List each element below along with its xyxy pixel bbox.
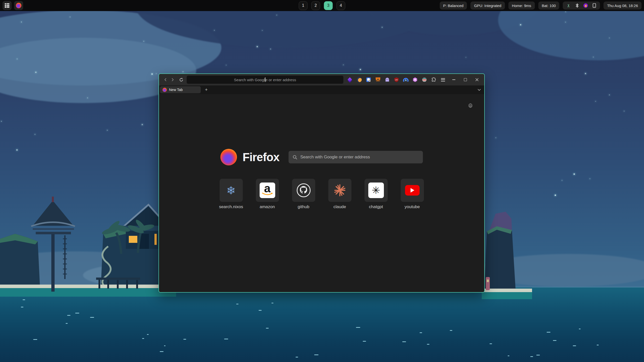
dark-moon-extension-button[interactable] [356, 76, 363, 83]
url-placeholder-left: Search with Googl [234, 78, 265, 82]
claude-starburst-icon [333, 184, 346, 197]
shortcut-label: claude [333, 204, 346, 209]
new-tab-button[interactable]: + [203, 86, 210, 93]
gpu-module: GPU: Integrated [470, 2, 505, 10]
nordvpn-extension-button[interactable] [402, 76, 409, 83]
nixos-snowflake-icon: ❄ [226, 184, 236, 197]
power-profile-module: P: Balanced [440, 2, 467, 10]
firefox-icon [16, 3, 21, 8]
firefox-window: Search with Google or enter address [158, 73, 485, 293]
dark-moon-icon [357, 77, 362, 82]
personalize-button[interactable] [468, 103, 473, 110]
app-grid-icon [5, 3, 9, 8]
avatar-glasses-icon [422, 77, 427, 82]
bluetooth-icon[interactable] [575, 3, 579, 8]
maximize-button[interactable] [462, 76, 469, 83]
password-shield-icon [366, 77, 371, 82]
extensions-puzzle-icon [431, 77, 436, 82]
workspace-switcher: 1 2 3 4 [299, 0, 345, 11]
ghostery-extension-button[interactable] [384, 76, 391, 83]
list-all-tabs-button[interactable] [477, 88, 481, 92]
newtab-search-input[interactable]: Search with Google or enter address [289, 151, 423, 163]
svg-text:UO: UO [395, 79, 398, 81]
shortcut-label: github [298, 204, 309, 209]
close-button[interactable] [474, 76, 480, 83]
gem-icon [348, 77, 352, 82]
launcher-group [3, 1, 23, 10]
avatar-extension-button[interactable] [421, 76, 428, 83]
extensions-button[interactable] [430, 76, 437, 83]
system-tray: ✂ [563, 2, 600, 10]
metamask-extension-button[interactable] [374, 76, 381, 83]
workspace-2[interactable]: 2 [311, 1, 320, 10]
hex-asterisk-extension-button[interactable] [412, 76, 419, 83]
ghost-icon [385, 77, 390, 82]
network-latency-module: Home: 9ms [508, 2, 535, 10]
scissors-icon[interactable]: ✂ [566, 3, 571, 8]
firefox-logo-icon [220, 149, 237, 165]
close-icon [475, 78, 479, 81]
openai-knot-icon: ✳ [368, 183, 384, 198]
search-icon [293, 155, 297, 160]
island-right [482, 209, 532, 299]
shortcut-search-nixos[interactable]: ❄ search.nixos [220, 179, 243, 209]
menu-button[interactable] [439, 76, 447, 83]
ublock-shield-icon: UO [394, 77, 399, 82]
app-grid-button[interactable] [3, 1, 12, 10]
tab-bar: New Tab + [159, 85, 484, 94]
navigation-toolbar: Search with Google or enter address [159, 74, 484, 85]
chevron-down-icon [477, 88, 481, 92]
minimize-icon [452, 79, 455, 80]
gem-extension-button[interactable] [346, 76, 353, 83]
shortcut-label: amazon [260, 204, 275, 209]
forward-button[interactable] [169, 76, 176, 83]
newtab-hero: Firefox Search with Google or enter addr… [159, 149, 484, 165]
workspace-1[interactable]: 1 [299, 1, 308, 10]
shortcut-amazon[interactable]: a amazon [256, 179, 279, 209]
flame-icon[interactable] [583, 3, 588, 8]
shortcut-chatgpt[interactable]: ✳ chatgpt [365, 179, 388, 209]
shortcut-label: youtube [405, 204, 420, 209]
github-octocat-icon [296, 183, 311, 198]
shortcut-tiles: ❄ search.nixos a amazon [159, 179, 484, 209]
island-left [0, 196, 176, 297]
phone-icon[interactable] [592, 3, 596, 8]
back-button[interactable] [162, 76, 169, 83]
shortcut-github[interactable]: github [292, 179, 315, 209]
window-controls [451, 76, 480, 83]
shortcut-label: chatgpt [369, 204, 383, 209]
shortcut-youtube[interactable]: youtube [401, 179, 424, 209]
extension-buttons: UO [346, 76, 447, 83]
tab-title: New Tab [169, 88, 183, 92]
desktop: 1 2 3 4 P: Balanced GPU: Integrated Home… [0, 0, 644, 362]
gear-icon [468, 103, 473, 109]
shortcut-label: search.nixos [219, 204, 243, 209]
minimize-button[interactable] [451, 76, 457, 83]
search-placeholder: Search with Google or enter address [300, 155, 370, 160]
ublock-extension-button[interactable]: UO [393, 76, 400, 83]
status-modules: P: Balanced GPU: Integrated Home: 9ms Ba… [440, 0, 641, 11]
workspace-4[interactable]: 4 [337, 1, 345, 10]
clock-module: Thu Aug 08, 18:26 [603, 2, 641, 10]
hex-asterisk-icon [413, 77, 418, 82]
maximize-icon [464, 78, 467, 81]
reload-button[interactable] [178, 76, 185, 83]
new-tab-page: Firefox Search with Google or enter addr… [159, 94, 484, 292]
menu-hamburger-icon [441, 78, 445, 81]
firefox-wordmark: Firefox [243, 150, 279, 164]
firefox-tab-icon [163, 88, 167, 92]
battery-module: Bat: 100 [538, 2, 559, 10]
nord-arc-icon [403, 77, 409, 82]
workspace-3-active[interactable]: 3 [324, 1, 333, 10]
shortcut-claude[interactable]: claude [328, 179, 351, 209]
password-shield-extension-button[interactable] [365, 76, 372, 83]
firefox-launcher-button[interactable] [14, 1, 23, 10]
amazon-a-icon: a [260, 183, 275, 198]
status-bar: 1 2 3 4 P: Balanced GPU: Integrated Home… [0, 0, 644, 11]
url-bar[interactable]: Search with Google or enter address [187, 76, 343, 84]
url-placeholder-right: e or enter address [265, 78, 296, 82]
youtube-play-icon [405, 185, 420, 196]
tab-new-tab[interactable]: New Tab [160, 86, 201, 93]
metamask-fox-icon [375, 77, 381, 82]
